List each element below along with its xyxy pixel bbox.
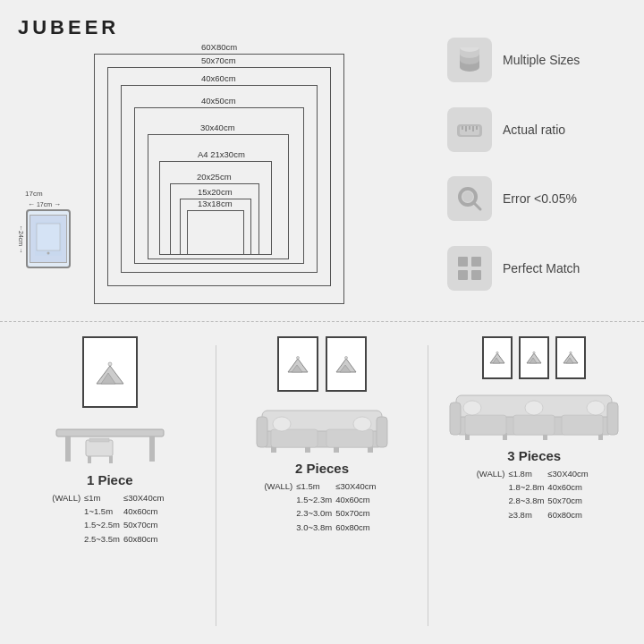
art-display-1 <box>82 336 138 408</box>
tablet-w-dim: 17cm <box>37 201 52 208</box>
piece-2-table: (WALL) ≤1.5m ≤30X40cm 1.5~2.3m 40x60cm 2… <box>264 479 379 534</box>
feature-perfect-match: Perfect Match <box>447 246 617 291</box>
feature-error-rate: Error <0.05% <box>447 176 617 221</box>
wall-label-1: (WALL) <box>52 491 84 546</box>
svg-rect-43 <box>377 417 387 447</box>
wall-label-2: (WALL) <box>264 479 296 534</box>
art-frame-2b <box>326 336 367 392</box>
top-section: JUBEER 60X80cm50x70cm40x60cm40x50cm30x40… <box>0 0 644 322</box>
piece-2-title: 2 Pieces <box>295 461 349 476</box>
svg-rect-22 <box>458 270 468 280</box>
svg-point-60 <box>570 352 572 353</box>
svg-point-54 <box>496 352 498 353</box>
svg-rect-48 <box>271 429 318 447</box>
size-label-0: 60X80cm <box>201 42 237 52</box>
svg-rect-21 <box>471 257 481 267</box>
actual-ratio-icon <box>447 107 492 152</box>
tablet-reference: 17cm ←17cm→ ↑ 24cm ↓ <box>18 200 71 268</box>
error-rate-icon <box>447 176 492 221</box>
art-frame-single <box>82 336 138 408</box>
svg-rect-33 <box>109 456 113 463</box>
tablet-h-dim: 24cm <box>18 231 24 246</box>
divider-2 <box>428 345 428 626</box>
size-box-8 <box>187 210 244 255</box>
multiple-sizes-label: Multiple Sizes <box>503 53 580 67</box>
svg-rect-31 <box>89 438 109 442</box>
art-frame-3b <box>519 336 549 379</box>
svg-rect-69 <box>465 415 506 435</box>
sizes-diagram: 60X80cm50x70cm40x60cm40x50cm30x40cmA4 21… <box>67 45 371 313</box>
wall-label-3: (WALL) <box>477 467 509 521</box>
svg-point-2 <box>47 252 50 255</box>
bottom-section: 1 Piece (WALL) ≤1m ≤30X40cm 1~1.5m 40x60… <box>0 322 644 644</box>
size-label-7: 15x20cm <box>198 187 233 197</box>
piece-3-table: (WALL) ≤1.8m ≤30X40cm 1.8~2.8m 40x60cm 2… <box>477 467 592 521</box>
sofa-3-svg <box>449 385 619 443</box>
divider-1 <box>216 345 216 626</box>
perfect-match-label: Perfect Match <box>503 261 580 275</box>
svg-point-72 <box>463 401 481 415</box>
desk-svg <box>52 413 168 467</box>
piece-2: 2 Pieces (WALL) ≤1.5m ≤30X40cm 1.5~2.3m … <box>225 336 418 635</box>
size-label-3: 40x50cm <box>201 96 236 106</box>
svg-point-51 <box>353 417 371 431</box>
feature-actual-ratio: Actual ratio <box>447 107 617 152</box>
art-display-2 <box>277 336 367 392</box>
svg-point-18 <box>462 191 473 202</box>
svg-rect-23 <box>471 270 481 280</box>
art-frame-3a <box>482 336 513 379</box>
size-label-1: 50x70cm <box>201 55 236 65</box>
svg-point-26 <box>108 362 112 366</box>
svg-rect-49 <box>326 429 373 447</box>
svg-point-36 <box>296 357 299 360</box>
sofa-2-svg <box>255 397 389 455</box>
piece-1-title: 1 Piece <box>87 472 133 487</box>
svg-point-73 <box>525 401 543 415</box>
piece-3-title: 3 Pieces <box>507 448 561 463</box>
svg-rect-63 <box>450 402 461 435</box>
left-panel: JUBEER 60X80cm50x70cm40x60cm40x50cm30x40… <box>18 16 429 312</box>
svg-line-19 <box>474 203 480 209</box>
svg-rect-27 <box>56 429 164 436</box>
size-label-6: 20x25cm <box>197 172 232 182</box>
svg-rect-29 <box>149 436 155 462</box>
size-label-2: 40x60cm <box>201 73 236 83</box>
svg-point-50 <box>273 417 291 431</box>
svg-point-57 <box>533 352 535 353</box>
svg-rect-64 <box>607 402 618 435</box>
svg-rect-42 <box>257 417 267 447</box>
art-display-3 <box>482 336 586 379</box>
piece-1: 1 Piece (WALL) ≤1m ≤30X40cm 1~1.5m 40x60… <box>13 336 206 635</box>
art-frame-3c <box>555 336 586 379</box>
right-panel: Multiple Sizes Actual <box>429 16 626 312</box>
feature-multiple-sizes: Multiple Sizes <box>447 38 617 82</box>
brand-name: JUBEER <box>18 16 429 39</box>
size-label-8: 13x18cm <box>198 199 233 208</box>
svg-rect-32 <box>88 456 91 463</box>
piece-1-table: (WALL) ≤1m ≤30X40cm 1~1.5m 40x60cm 1.5~2… <box>52 491 167 546</box>
error-rate-label: Error <0.05% <box>503 191 577 206</box>
svg-rect-30 <box>86 440 113 456</box>
svg-rect-20 <box>458 257 468 267</box>
tablet-width-label: 17cm <box>25 190 43 198</box>
main-container: JUBEER 60X80cm50x70cm40x60cm40x50cm30x40… <box>0 0 644 644</box>
size-label-4: 30x40cm <box>200 123 235 132</box>
perfect-match-icon <box>447 246 492 291</box>
tablet-drawing <box>26 209 71 268</box>
svg-point-74 <box>587 401 605 415</box>
svg-point-39 <box>344 357 347 360</box>
actual-ratio-label: Actual ratio <box>503 123 565 137</box>
svg-rect-70 <box>513 415 555 435</box>
size-label-5: A4 21x30cm <box>198 149 245 159</box>
svg-rect-71 <box>562 415 603 435</box>
svg-rect-1 <box>37 224 60 250</box>
piece-3: 3 Pieces (WALL) ≤1.8m ≤30X40cm 1.8~2.8m … <box>438 336 631 635</box>
multiple-sizes-icon <box>447 38 492 82</box>
svg-rect-28 <box>65 436 71 462</box>
art-frame-2a <box>277 336 318 392</box>
